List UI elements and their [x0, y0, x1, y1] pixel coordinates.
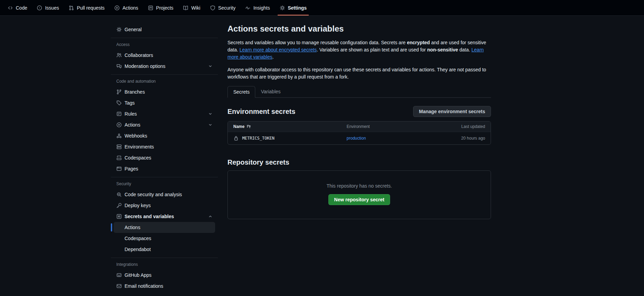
tab-variables[interactable]: Variables: [255, 86, 286, 97]
tab-label: Actions: [122, 5, 138, 11]
link-learn-more-encrypted-secrets[interactable]: Learn more about encrypted secrets: [239, 47, 317, 52]
sidebar-item-label: Code security and analysis: [125, 192, 182, 197]
sidebar-item-email-notifications[interactable]: Email notifications: [114, 281, 215, 292]
sidebar-section-title: Code and automation: [111, 78, 218, 86]
sidebar-subitem-actions[interactable]: Actions: [114, 222, 215, 233]
sidebar-subitem-dependabot[interactable]: Dependabot: [114, 244, 215, 255]
tab-secrets[interactable]: Secrets: [227, 86, 255, 98]
rules-icon: [116, 111, 122, 117]
sidebar-item-environments[interactable]: Environments: [114, 141, 215, 152]
column-label: Name: [233, 124, 245, 129]
hubot-icon: [116, 272, 122, 278]
sidebar-item-rules[interactable]: Rules: [114, 108, 215, 119]
secret-name: METRICS_TOKEN: [242, 136, 274, 141]
tag-icon: [116, 100, 122, 106]
git-pull-request-icon: [69, 5, 74, 11]
sidebar-item-collaborators[interactable]: Collaborators: [114, 50, 215, 61]
git-branch-icon: [116, 89, 122, 95]
secrets-icon: [116, 214, 122, 219]
secret-environment-cell: production: [347, 136, 430, 141]
sidebar-section-access: Access Collaborators Moderation options: [111, 38, 218, 72]
column-header-name[interactable]: Name: [233, 124, 347, 129]
key-icon: [116, 203, 122, 208]
issue-opened-icon: [37, 5, 42, 11]
new-repository-secret-button[interactable]: New repository secret: [328, 194, 390, 205]
play-icon: [116, 122, 122, 128]
sidebar-section-title: Integrations: [111, 261, 218, 270]
tab-issues[interactable]: Issues: [32, 0, 63, 15]
lock-icon: [233, 135, 239, 141]
sidebar-item-code-security-and-analysis[interactable]: Code security and analysis: [114, 189, 215, 200]
sidebar-item-deploy-keys[interactable]: Deploy keys: [114, 200, 215, 211]
fork-access-note: Anyone with collaborator access to this …: [227, 66, 491, 81]
tab-label: Insights: [253, 5, 270, 11]
manage-environment-secrets-button[interactable]: Manage environment secrets: [413, 106, 491, 117]
sidebar-section-code-and-automation: Code and automation Branches Tags Rules: [111, 74, 218, 174]
sidebar-item-codespaces[interactable]: Codespaces: [114, 152, 215, 163]
sidebar-item-label: Codespaces: [125, 155, 151, 161]
sidebar-item-label: Webhooks: [125, 133, 147, 139]
sidebar-item-webhooks[interactable]: Webhooks: [114, 130, 215, 141]
column-header-environment: Environment: [347, 124, 430, 129]
webhook-icon: [116, 133, 122, 139]
sidebar-item-label: Deploy keys: [125, 203, 151, 208]
page-title: Actions secrets and variables: [227, 24, 491, 34]
tab-label: Settings: [288, 5, 307, 11]
environment-secrets-heading: Environment secrets: [227, 108, 295, 116]
secret-name-cell: METRICS_TOKEN: [233, 135, 347, 141]
sidebar-item-label: Tags: [125, 100, 135, 106]
tab-settings[interactable]: Settings: [275, 0, 312, 15]
sidebar-subitem-codespaces[interactable]: Codespaces: [114, 233, 215, 244]
intro-paragraph: Secrets and variables allow you to manag…: [227, 39, 491, 61]
sidebar-subitem-label: Actions: [125, 225, 140, 230]
sidebar-item-github-apps[interactable]: GitHub Apps: [114, 270, 215, 281]
codescan-icon: [116, 192, 122, 197]
tab-insights[interactable]: Insights: [240, 0, 274, 15]
secret-last-updated: 20 hours ago: [430, 136, 485, 141]
tab-wiki[interactable]: Wiki: [178, 0, 205, 15]
tab-actions[interactable]: Actions: [109, 0, 143, 15]
intro-bold-encrypted: encrypted: [407, 40, 430, 45]
repository-secrets-heading: Repository secrets: [227, 158, 491, 166]
tab-label: Pull requests: [77, 5, 105, 11]
sidebar-section-title: Security: [111, 180, 218, 189]
people-icon: [116, 52, 122, 58]
environment-secrets-table: Name Environment Last updated METRICS_TO…: [227, 121, 491, 145]
sidebar-item-label: GitHub Apps: [125, 272, 152, 278]
intro-text: .: [272, 54, 274, 60]
chevron-down-icon: [208, 64, 212, 68]
sidebar-item-tags[interactable]: Tags: [114, 97, 215, 108]
environment-link[interactable]: production: [347, 136, 366, 141]
repository-secrets-empty-state: This repository has no secrets. New repo…: [227, 170, 491, 219]
sidebar-item-general[interactable]: General: [114, 24, 215, 35]
sidebar-subitem-label: Codespaces: [125, 236, 151, 241]
code-icon: [8, 5, 13, 11]
book-icon: [183, 5, 188, 11]
environment-secrets-header: Environment secrets Manage environment s…: [227, 106, 491, 117]
sidebar-item-branches[interactable]: Branches: [114, 86, 215, 97]
sidebar-item-label: Collaborators: [125, 52, 153, 58]
tab-pull-requests[interactable]: Pull requests: [64, 0, 109, 15]
tab-code[interactable]: Code: [3, 0, 32, 15]
tab-label: Projects: [156, 5, 174, 11]
sidebar-item-label: Rules: [125, 111, 137, 117]
sidebar-item-label: Secrets and variables: [125, 214, 174, 219]
sidebar-item-moderation-options[interactable]: Moderation options: [114, 61, 215, 72]
play-icon: [114, 5, 120, 11]
chevron-up-icon: [208, 214, 212, 218]
sidebar-item-secrets-and-variables[interactable]: Secrets and variables: [114, 211, 215, 222]
codespaces-icon: [116, 155, 122, 161]
sidebar-item-actions[interactable]: Actions: [114, 119, 215, 130]
tab-label: Security: [218, 5, 236, 11]
mail-icon: [116, 283, 122, 289]
sidebar-section-security: Security Code security and analysis Depl…: [111, 177, 218, 255]
tab-projects[interactable]: Projects: [143, 0, 178, 15]
tab-label: Code: [16, 5, 27, 11]
sidebar-section-integrations: Integrations GitHub Apps Email notificat…: [111, 258, 218, 292]
sidebar-item-pages[interactable]: Pages: [114, 163, 215, 174]
settings-sidebar: General Access Collaborators Moderation …: [111, 24, 218, 292]
settings-layout: General Access Collaborators Moderation …: [0, 16, 644, 292]
sidebar-item-label: Email notifications: [125, 283, 163, 289]
tab-security[interactable]: Security: [205, 0, 241, 15]
sidebar-item-label: Branches: [125, 89, 145, 95]
